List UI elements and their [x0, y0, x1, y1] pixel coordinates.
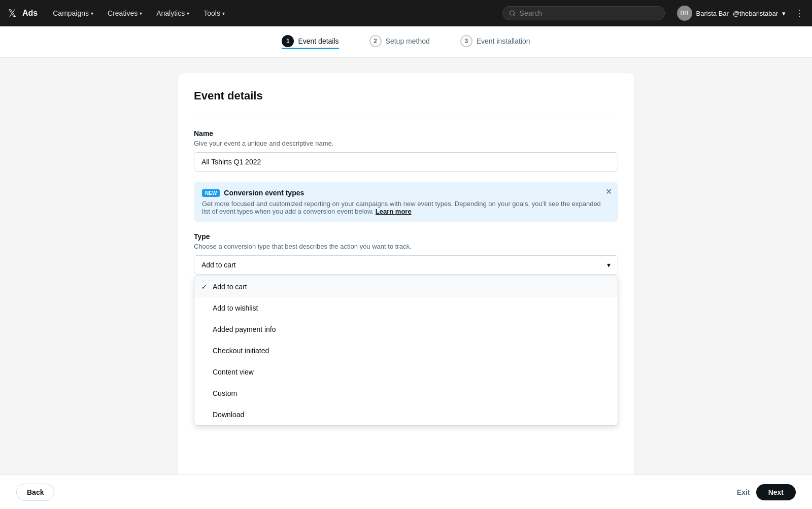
step-3-event-installation[interactable]: 3 Event installation: [460, 35, 530, 49]
dropdown-item-content-view[interactable]: Content view: [194, 361, 618, 383]
step-1-event-details[interactable]: 1 Event details: [282, 35, 339, 49]
svg-line-1: [514, 15, 515, 16]
close-icon[interactable]: ✕: [605, 188, 612, 196]
next-button[interactable]: Next: [756, 484, 796, 500]
divider: [194, 117, 618, 117]
main-content: Event details Name Give your event a uni…: [0, 58, 812, 509]
name-field-hint: Give your event a unique and descriptive…: [194, 140, 618, 147]
step-3-circle: 3: [460, 35, 472, 47]
nav-creatives[interactable]: Creatives ▾: [103, 6, 147, 20]
exit-button[interactable]: Exit: [737, 488, 750, 496]
dropdown-item-checkout-initiated[interactable]: Checkout initiated: [194, 340, 618, 361]
new-badge: NEW: [202, 189, 220, 197]
creatives-label: Creatives: [108, 9, 138, 17]
step-1-circle: 1: [282, 35, 294, 47]
dropdown-item-add-to-cart[interactable]: ✓ Add to cart: [194, 276, 618, 297]
more-options-icon[interactable]: ⋮: [795, 8, 804, 19]
info-banner-heading: Conversion event types: [224, 189, 304, 197]
chevron-down-icon: ▾: [187, 11, 189, 16]
type-selected-value: Add to cart: [201, 261, 236, 269]
step-1-label: Event details: [298, 37, 339, 45]
user-name: Barista Bar: [696, 10, 729, 17]
info-banner-title: NEW Conversion event types: [202, 189, 610, 197]
checkmark-icon: ✓: [201, 283, 207, 291]
chevron-down-icon: ▾: [222, 11, 225, 16]
learn-more-link[interactable]: Learn more: [376, 208, 412, 215]
bottom-right-actions: Exit Next: [737, 484, 796, 500]
name-field-label: Name: [194, 129, 618, 138]
name-input[interactable]: [194, 152, 618, 172]
nav-campaigns[interactable]: Campaigns ▾: [48, 6, 98, 20]
user-handle: @thebaristabar: [733, 10, 778, 17]
name-field-section: Name Give your event a unique and descri…: [194, 129, 618, 172]
bottom-bar: Back Exit Next: [0, 474, 812, 509]
info-banner-content: NEW Conversion event types Get more focu…: [202, 189, 610, 215]
ads-label: Ads: [22, 9, 38, 18]
dropdown-item-download[interactable]: Download: [194, 404, 618, 425]
user-menu[interactable]: BB Barista Bar @thebaristabar ▾: [677, 6, 786, 21]
step-bar: 1 Event details 2 Setup method 3 Event i…: [0, 26, 812, 58]
type-field-label: Type: [194, 232, 618, 241]
type-dropdown: ✓ Add to cart Add to wishlist Added paym…: [194, 276, 618, 426]
chevron-down-icon: ▾: [782, 10, 786, 17]
top-navigation: 𝕏 Ads Campaigns ▾ Creatives ▾ Analytics …: [0, 0, 812, 26]
step-2-label: Setup method: [386, 37, 430, 45]
card-title: Event details: [194, 89, 618, 103]
search-box[interactable]: [502, 6, 665, 20]
type-field-hint: Choose a conversion type that best descr…: [194, 243, 618, 250]
dropdown-item-add-to-wishlist[interactable]: Add to wishlist: [194, 297, 618, 319]
nav-tools[interactable]: Tools ▾: [198, 6, 230, 20]
chevron-down-icon: ▾: [607, 261, 611, 269]
info-banner: NEW Conversion event types Get more focu…: [194, 182, 618, 222]
search-input[interactable]: [520, 9, 658, 17]
type-field-section: Type Choose a conversion type that best …: [194, 232, 618, 426]
avatar: BB: [677, 6, 692, 21]
step-2-circle: 2: [369, 35, 382, 47]
nav-analytics[interactable]: Analytics ▾: [151, 6, 194, 20]
search-icon: [509, 10, 516, 17]
info-banner-text: Get more focused and customized reportin…: [202, 200, 610, 215]
step-2-setup-method[interactable]: 2 Setup method: [369, 35, 430, 49]
tools-label: Tools: [204, 9, 220, 17]
twitter-logo-icon: 𝕏: [8, 7, 16, 19]
campaigns-label: Campaigns: [53, 9, 89, 17]
back-button[interactable]: Back: [16, 484, 54, 501]
event-details-card: Event details Name Give your event a uni…: [178, 73, 634, 494]
chevron-down-icon: ▾: [91, 11, 93, 16]
chevron-down-icon: ▾: [140, 11, 142, 16]
type-select[interactable]: Add to cart ▾: [194, 255, 618, 275]
dropdown-item-added-payment-info[interactable]: Added payment info: [194, 319, 618, 340]
analytics-label: Analytics: [156, 9, 185, 17]
step-3-label: Event installation: [477, 37, 530, 45]
dropdown-item-custom[interactable]: Custom: [194, 383, 618, 404]
